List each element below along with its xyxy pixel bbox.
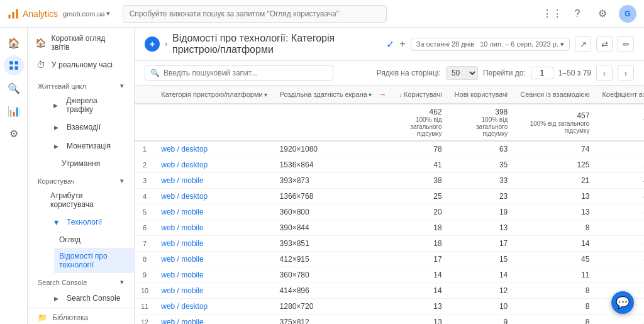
avatar[interactable]: G	[619, 5, 636, 23]
row-resolution[interactable]: 1280×720	[274, 299, 393, 315]
row-sessions: 11	[514, 267, 596, 283]
expand-icon: ▸	[50, 99, 61, 111]
svg-rect-4	[14, 61, 18, 64]
rows-per-page-label: Рядків на сторінці:	[377, 69, 441, 77]
share-button[interactable]: ↗	[575, 36, 591, 52]
user-category[interactable]: Користувач ▾	[28, 172, 134, 187]
table-row: 7 web / mobile 393×851 18 17 14 58,33%	[135, 236, 644, 252]
row-resolution[interactable]: 360×800	[274, 204, 393, 220]
row-resolution[interactable]: 390×844	[274, 220, 393, 236]
global-search-input[interactable]	[123, 5, 387, 23]
search-console-cat-label: Search Console	[38, 279, 87, 286]
col2-label: Роздільна здатність екрана	[280, 91, 367, 98]
row-resolution[interactable]: 1366×768	[274, 189, 393, 204]
sidebar-item-monetization[interactable]: ▸ Монетизація	[45, 137, 134, 155]
date-label: За останні 28 днів	[416, 40, 474, 48]
th-users[interactable]: ↓ Користувачі	[393, 86, 448, 104]
sidebar-item-tech-details[interactable]: Відомості про технології	[54, 248, 134, 273]
totals-new-users-cell: 398 100% від загального підсумку	[448, 104, 514, 141]
row-resolution[interactable]: 393×851	[274, 236, 393, 252]
th-engagement[interactable]: Коефіцієнт взаємодії	[596, 86, 644, 104]
totals-sessions-cell: 457 100% від загального підсумку	[514, 104, 596, 141]
pencil-button[interactable]: ✏	[618, 36, 634, 52]
sidebar-item-traffic[interactable]: ▸ Джерела трафіку	[45, 92, 134, 118]
dropdown-arrow-icon: ▾	[106, 9, 110, 18]
rows-per-page-select[interactable]: 50 10 25 100	[446, 66, 478, 80]
row-category[interactable]: web / mobile	[155, 173, 273, 189]
table-search-input[interactable]	[164, 69, 328, 77]
page-number-input[interactable]	[531, 67, 553, 79]
top-bar-actions: ⋮⋮ ? ⚙ G	[543, 5, 636, 23]
sidebar-footer[interactable]: 📁 Бібліотека	[28, 308, 134, 324]
traffic-label: Джерела трафіку	[66, 96, 124, 114]
content-header: + › Відомості про технології: Категорія …	[135, 28, 644, 61]
nav-explore-icon[interactable]: 🔍	[4, 78, 24, 98]
apps-icon[interactable]: ⋮⋮	[543, 5, 561, 23]
row-resolution[interactable]: 1536×864	[274, 157, 393, 173]
svg-rect-3	[9, 61, 13, 64]
nav-reports-icon[interactable]	[4, 55, 24, 75]
row-category[interactable]: web / mobile	[155, 283, 273, 299]
total-new-users: 398	[495, 108, 508, 116]
th-new-users[interactable]: Нові користувачі	[448, 86, 514, 104]
sidebar-item-realtime[interactable]: ⏱ У реальному часі	[28, 55, 134, 74]
row-resolution[interactable]: 412×915	[274, 252, 393, 267]
arrow-indicator: →	[378, 89, 387, 99]
row-resolution[interactable]: 393×873	[274, 173, 393, 189]
th-sessions[interactable]: Сеанси із взаємодією	[514, 86, 596, 104]
table-row: 6 web / mobile 390×844 18 13 8 38,1%	[135, 220, 644, 236]
row-category[interactable]: web / mobile	[155, 315, 273, 325]
row-category[interactable]: web / mobile	[155, 236, 273, 252]
row-category[interactable]: web / mobile	[155, 204, 273, 220]
row-new-users: 35	[448, 157, 514, 173]
th-resolution[interactable]: Роздільна здатність екрана ▾ →	[274, 86, 393, 104]
row-engagement: 40%	[596, 141, 644, 157]
row-sessions: 8	[514, 283, 596, 299]
row-category[interactable]: web / mobile	[155, 267, 273, 283]
realtime-label: У реальному часі	[52, 60, 113, 69]
row-category[interactable]: web / mobile	[155, 220, 273, 236]
sidebar-item-tech[interactable]: ▾ Технології	[45, 213, 134, 232]
row-resolution[interactable]: 375×812	[274, 315, 393, 325]
row-category[interactable]: web / desktop	[155, 141, 273, 157]
breadcrumb-arrow: ›	[165, 40, 167, 48]
sidebar-item-engagement[interactable]: ▸ Взаємодії	[45, 118, 134, 137]
row-category[interactable]: web / desktop	[155, 299, 273, 315]
site-url[interactable]: gmob.com.ua ▾	[63, 9, 110, 18]
row-sessions: 21	[514, 173, 596, 189]
col6-label: Коефіцієнт взаємодії	[602, 91, 644, 98]
row-category[interactable]: web / desktop	[155, 189, 273, 204]
page-title: Відомості про технології: Категорія прис…	[172, 33, 381, 55]
help-icon[interactable]: ?	[569, 5, 586, 23]
next-page-button[interactable]: ›	[618, 65, 634, 81]
go-to-label: Перейти до:	[483, 69, 526, 77]
prev-page-button[interactable]: ‹	[596, 65, 613, 81]
row-resolution[interactable]: 414×896	[274, 283, 393, 299]
back-button[interactable]: +	[145, 36, 160, 52]
sidebar-item-overview[interactable]: 🏠 Короткий огляд звітів	[28, 30, 134, 55]
row-users: 18	[393, 220, 448, 236]
row-new-users: 15	[448, 252, 514, 267]
row-resolution[interactable]: 1920×1080	[274, 141, 393, 157]
nav-configure-icon[interactable]: ⚙	[4, 123, 24, 143]
sidebar-item-retention[interactable]: Утримання	[45, 155, 134, 172]
sidebar-item-search-console[interactable]: ▸ Search Console	[45, 289, 134, 308]
th-category[interactable]: Категорія пристрою/платформи ▾	[155, 86, 273, 104]
row-resolution[interactable]: 360×780	[274, 267, 393, 283]
sidebar-item-tech-overview[interactable]: Огляд	[54, 232, 134, 248]
lifecycle-category[interactable]: Життєвий цикл ▾	[28, 77, 134, 92]
nav-home-icon[interactable]: 🏠	[4, 33, 24, 53]
sidebar-item-user-attributes[interactable]: Атрибути користувача	[45, 187, 134, 213]
date-range-picker[interactable]: За останні 28 днів 10 лип. – 6 серп. 202…	[411, 38, 570, 51]
nav-advertising-icon[interactable]: 📊	[4, 101, 24, 121]
col3-sort-icon: ↓	[399, 91, 402, 98]
app-name-label: Analytics	[23, 9, 58, 19]
row-new-users: 13	[448, 220, 514, 236]
compare-button[interactable]: ⇄	[596, 36, 613, 52]
row-category[interactable]: web / desktop	[155, 157, 273, 173]
search-console-category[interactable]: Search Console ▾	[28, 273, 134, 289]
row-category[interactable]: web / mobile	[155, 252, 273, 267]
settings-icon[interactable]: ⚙	[594, 5, 611, 23]
add-comparison-icon[interactable]: +	[399, 38, 405, 50]
chat-bubble[interactable]: 💬	[611, 291, 634, 314]
